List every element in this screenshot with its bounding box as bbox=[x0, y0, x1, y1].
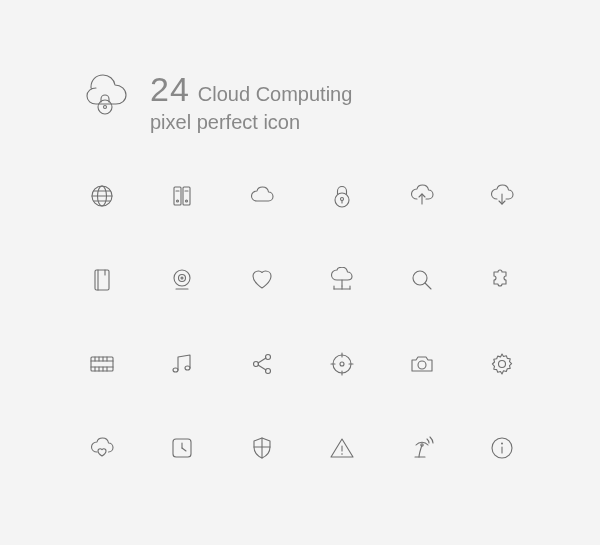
svg-point-67 bbox=[501, 443, 503, 445]
cloud-network-icon bbox=[302, 262, 382, 298]
svg-point-22 bbox=[179, 275, 186, 282]
padlock-icon bbox=[302, 178, 382, 214]
cloud-download-icon bbox=[462, 178, 542, 214]
svg-line-48 bbox=[258, 365, 266, 370]
subtitle: pixel perfect icon bbox=[150, 111, 352, 134]
film-icon bbox=[62, 346, 142, 382]
svg-line-59 bbox=[182, 448, 186, 451]
globe-icon bbox=[62, 178, 142, 214]
camera-icon bbox=[382, 346, 462, 382]
heart-icon bbox=[222, 262, 302, 298]
header: 24 Cloud Computing pixel perfect icon bbox=[150, 70, 352, 134]
svg-point-1 bbox=[104, 106, 107, 109]
hero-cloud-lock-icon bbox=[78, 68, 132, 122]
icon-count: 24 bbox=[150, 70, 190, 109]
shield-icon bbox=[222, 430, 302, 466]
svg-rect-18 bbox=[95, 270, 109, 290]
gear-icon bbox=[462, 346, 542, 382]
cloud-icon bbox=[222, 178, 302, 214]
svg-point-44 bbox=[254, 362, 259, 367]
webcam-icon bbox=[142, 262, 222, 298]
servers-icon bbox=[142, 178, 222, 214]
svg-point-46 bbox=[266, 369, 271, 374]
svg-point-0 bbox=[98, 100, 112, 114]
svg-point-55 bbox=[418, 361, 426, 369]
svg-point-12 bbox=[186, 200, 188, 202]
share-icon bbox=[222, 346, 302, 382]
music-icon bbox=[142, 346, 222, 382]
clock-icon bbox=[142, 430, 222, 466]
title: Cloud Computing bbox=[198, 83, 353, 106]
antenna-icon bbox=[382, 430, 462, 466]
svg-point-50 bbox=[340, 362, 344, 366]
icon-grid bbox=[62, 178, 542, 466]
svg-line-30 bbox=[425, 283, 431, 289]
cloud-heart-icon bbox=[62, 430, 142, 466]
info-icon bbox=[462, 430, 542, 466]
svg-rect-31 bbox=[91, 357, 113, 371]
search-icon bbox=[382, 262, 462, 298]
svg-point-42 bbox=[173, 368, 178, 372]
svg-point-11 bbox=[177, 200, 179, 202]
svg-point-45 bbox=[266, 355, 271, 360]
target-icon bbox=[302, 346, 382, 382]
svg-line-47 bbox=[258, 358, 266, 363]
svg-point-23 bbox=[181, 277, 183, 279]
svg-point-21 bbox=[174, 270, 190, 286]
cloud-upload-icon bbox=[382, 178, 462, 214]
svg-point-56 bbox=[499, 361, 506, 368]
svg-point-63 bbox=[341, 453, 343, 455]
book-icon bbox=[62, 262, 142, 298]
svg-point-43 bbox=[185, 366, 190, 370]
puzzle-icon bbox=[462, 262, 542, 298]
warning-icon bbox=[302, 430, 382, 466]
svg-point-49 bbox=[333, 355, 351, 373]
